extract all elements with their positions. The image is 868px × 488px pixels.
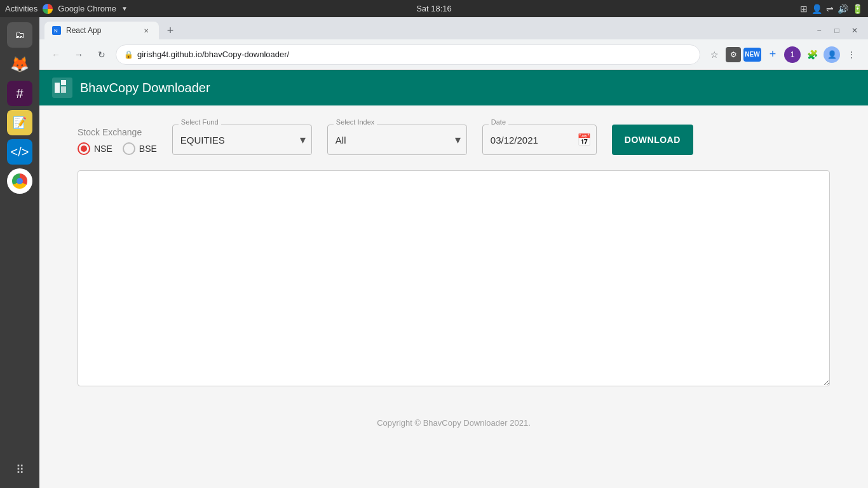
tab-title: React App <box>66 26 136 35</box>
app-title: BhavCopy Downloader <box>80 81 210 95</box>
sidebar-firefox-icon[interactable]: 🦊 <box>7 51 32 77</box>
datetime-display: Sat 18:16 <box>416 4 452 13</box>
activities-button[interactable]: Activities <box>5 4 37 13</box>
stock-exchange-group: Stock Exchange NSE BSE <box>78 127 157 155</box>
new-tab-button[interactable]: + <box>161 22 179 39</box>
system-tray: ⊞ 👤 ⇌ 🔊 🔋 <box>800 4 863 14</box>
dropdown-arrow[interactable]: ▼ <box>121 5 128 12</box>
browser-label: Google Chrome <box>58 4 116 13</box>
download-button[interactable]: DOWNLOAD <box>612 125 693 155</box>
calendar-icon[interactable]: 📅 <box>577 133 591 147</box>
omnibar: ← → ↻ 🔒 girishg4t.github.io/bhavCopy-dow… <box>39 39 868 70</box>
bse-radio-circle <box>123 142 135 155</box>
sidebar-chrome-icon[interactable] <box>7 168 32 194</box>
app-content: BhavCopy Downloader Stock Exchange NSE <box>39 70 868 488</box>
chrome-os-icon <box>43 4 53 14</box>
select-fund-wrapper: Select Fund EQUITIES DERIVATIVES CURRENC… <box>172 125 312 155</box>
main-form-area: Stock Exchange NSE BSE <box>39 105 868 405</box>
lock-icon: 🔒 <box>124 50 133 59</box>
bse-radio[interactable]: BSE <box>123 142 157 155</box>
window-controls: − □ ✕ <box>811 24 863 37</box>
sidebar-vscode-icon[interactable]: </> <box>7 139 32 165</box>
svg-text:N: N <box>54 28 58 34</box>
stock-exchange-label: Stock Exchange <box>78 127 157 137</box>
select-index-label: Select Index <box>334 118 377 126</box>
back-button[interactable]: ← <box>47 46 65 64</box>
select-index-dropdown[interactable]: All NIFTY 50 NIFTY BANK NIFTY IT <box>327 125 467 155</box>
app-logo <box>52 78 72 98</box>
controls-row: Stock Exchange NSE BSE <box>78 125 830 155</box>
svg-rect-4 <box>61 80 66 85</box>
chrome-title-bar: N React App ✕ + − □ ✕ <box>39 17 868 39</box>
network-wifi-icon[interactable]: ⇌ <box>826 4 834 14</box>
select-index-wrapper: Select Index All NIFTY 50 NIFTY BANK NIF… <box>327 125 467 155</box>
add-icon[interactable]: + <box>764 46 782 64</box>
chrome-window: N React App ✕ + − □ ✕ ← → ↻ 🔒 girishg4t.… <box>39 17 868 488</box>
nse-radio[interactable]: NSE <box>78 142 112 155</box>
new-badge[interactable]: NEW <box>743 48 761 62</box>
footer: Copyright © BhavCopy Downloader 2021. <box>39 405 868 440</box>
menu-icon[interactable]: ⋮ <box>843 46 860 64</box>
tab-favicon: N <box>52 26 61 35</box>
sidebar-notes-icon[interactable]: 📝 <box>7 110 32 135</box>
volume-icon[interactable]: 🔊 <box>837 4 848 14</box>
sidebar-files-icon[interactable]: 🗂 <box>7 22 32 48</box>
output-area[interactable] <box>78 170 830 386</box>
omnibar-actions: ☆ ⚙ NEW + 1 🧩 👤 ⋮ <box>705 46 860 64</box>
forward-button[interactable]: → <box>70 46 88 64</box>
bse-label: BSE <box>139 144 157 154</box>
date-wrapper: Date 03/12/2021 📅 <box>482 125 597 155</box>
date-field[interactable]: 03/12/2021 📅 <box>482 125 597 155</box>
profile-avatar[interactable]: 👤 <box>824 46 840 63</box>
radio-group: NSE BSE <box>78 142 157 155</box>
battery-icon[interactable]: 🔋 <box>852 4 863 14</box>
network-icon[interactable]: ⊞ <box>800 4 808 14</box>
close-button[interactable]: ✕ <box>846 24 863 37</box>
date-label: Date <box>489 118 508 126</box>
reload-button[interactable]: ↻ <box>93 46 111 64</box>
nse-label: NSE <box>94 144 112 154</box>
os-top-bar: Activities Google Chrome ▼ Sat 18:16 ⊞ 👤… <box>0 0 868 17</box>
app-header: BhavCopy Downloader <box>39 70 868 105</box>
os-sidebar: 🗂 🦊 # 📝 </> ⠿ <box>0 17 39 488</box>
extensions-icon[interactable]: 🧩 <box>803 46 821 64</box>
tab-close-button[interactable]: ✕ <box>141 25 151 36</box>
maximize-button[interactable]: □ <box>829 24 845 37</box>
nse-radio-circle <box>78 142 90 155</box>
url-bar[interactable]: 🔒 girishg4t.github.io/bhavCopy-downloade… <box>116 44 700 65</box>
user-icon[interactable]: 👤 <box>811 4 822 14</box>
svg-rect-5 <box>61 86 66 93</box>
minimize-button[interactable]: − <box>811 24 827 37</box>
browser-tab[interactable]: N React App ✕ <box>44 22 159 39</box>
extension1-icon[interactable]: ⚙ <box>726 47 741 62</box>
url-text: girishg4t.github.io/bhavCopy-downloader/ <box>137 50 692 59</box>
svg-rect-3 <box>55 83 60 93</box>
date-value: 03/12/2021 <box>491 135 577 146</box>
footer-text: Copyright © BhavCopy Downloader 2021. <box>377 418 531 428</box>
sidebar-apps-grid[interactable]: ⠿ <box>16 463 24 483</box>
bookmark-icon[interactable]: ☆ <box>705 46 723 64</box>
extension2-icon[interactable]: 1 <box>784 46 801 63</box>
select-fund-dropdown[interactable]: EQUITIES DERIVATIVES CURRENCY COMMODITY <box>172 125 312 155</box>
select-fund-label: Select Fund <box>179 118 221 126</box>
sidebar-slack-icon[interactable]: # <box>7 81 32 106</box>
